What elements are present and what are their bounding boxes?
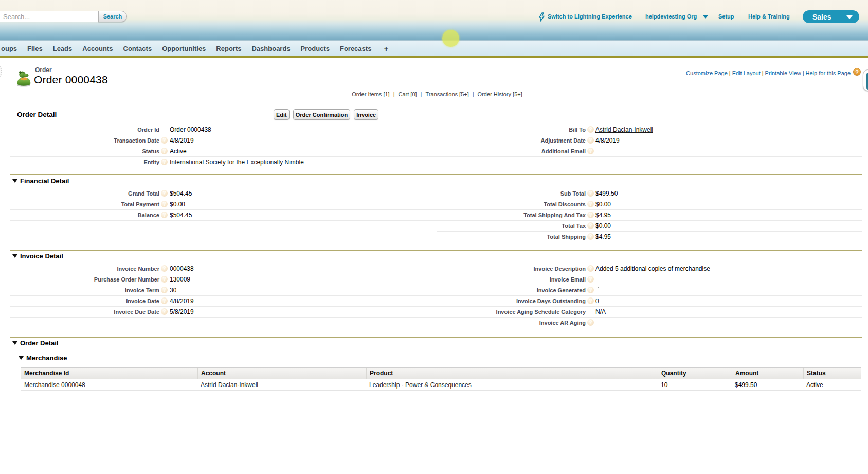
field-row-bill-to: Bill ToAstrid Dacian-Inkwell	[437, 124, 862, 135]
add-tab-button[interactable]: +	[384, 44, 388, 53]
field-help-icon[interactable]	[587, 319, 594, 326]
field-help-icon[interactable]	[587, 276, 594, 283]
field-help-icon[interactable]	[161, 287, 168, 293]
printable-view-link[interactable]: Printable View	[765, 70, 801, 76]
tab-contacts[interactable]: Contacts	[123, 45, 152, 52]
field-help-icon[interactable]	[161, 212, 168, 218]
field-row-invoice-generated: Invoice Generated	[437, 285, 862, 295]
help-for-this-page-link[interactable]: Help for this Page	[806, 70, 851, 76]
tab-leads[interactable]: Leads	[53, 45, 73, 52]
field-help-slot	[159, 201, 170, 207]
financial-detail-left-column: Grand Total$504.45Total Payment$0.00Bala…	[10, 188, 437, 220]
customize-page-link[interactable]: Customize Page	[686, 70, 728, 76]
field-help-icon[interactable]	[587, 297, 594, 304]
invoice-button[interactable]: Invoice	[354, 109, 378, 120]
field-value-total-discounts: $0.00	[595, 201, 611, 208]
related-link-count-value[interactable]: 1	[385, 91, 388, 97]
org-menu-label: helpdevtesting Org	[645, 13, 697, 20]
field-help-icon[interactable]	[587, 126, 594, 133]
tab-forecasts[interactable]: Forecasts	[340, 45, 371, 52]
tab-oups[interactable]: oups	[1, 45, 17, 52]
field-row-separator	[10, 209, 862, 210]
related-link-count-value[interactable]: 0	[412, 91, 415, 97]
related-link-count: [5+]	[458, 91, 469, 97]
column-header-amount[interactable]: Amount	[732, 368, 803, 379]
related-link-order-items[interactable]: Order Items	[352, 91, 382, 97]
subsection-header-merchandise[interactable]: Merchandise	[19, 354, 67, 362]
right-sidebar-tab[interactable]	[863, 69, 868, 91]
field-help-icon[interactable]	[161, 276, 168, 283]
tab-opportunities[interactable]: Opportunities	[162, 45, 206, 52]
field-label: Invoice Number	[10, 266, 159, 272]
sidebar-collapse-handle[interactable]	[0, 65, 2, 78]
setup-link[interactable]: Setup	[718, 13, 734, 20]
app-menu-button[interactable]: Sales	[803, 10, 859, 23]
tab-dashboards[interactable]: Dashboards	[251, 45, 290, 52]
section-header-financial-detail[interactable]: Financial Detail	[12, 177, 69, 185]
field-help-icon[interactable]	[587, 137, 594, 144]
section-header-order-detail[interactable]: Order Detail	[12, 339, 58, 347]
field-label: Total Tax	[437, 223, 586, 229]
field-label: Invoice Generated	[437, 287, 586, 293]
field-value-invoice-aging-schedule-category: N/A	[595, 308, 606, 315]
table-cell-link[interactable]: Leadership - Power & Consequences	[369, 381, 472, 389]
field-label: Invoice Date	[10, 298, 159, 304]
chevron-down-icon	[703, 15, 708, 19]
field-help-icon[interactable]	[587, 201, 594, 207]
collapse-triangle-icon	[12, 341, 17, 345]
column-header-status[interactable]: Status	[803, 368, 861, 379]
field-row-balance: Balance$504.45	[10, 209, 437, 220]
field-help-icon[interactable]	[587, 148, 594, 154]
field-help-icon[interactable]	[161, 297, 168, 304]
tab-files[interactable]: Files	[27, 45, 43, 52]
field-help-icon[interactable]	[161, 201, 168, 207]
field-help-icon[interactable]	[161, 308, 168, 315]
tab-reports[interactable]: Reports	[216, 45, 241, 52]
related-link-count-value[interactable]: 5+	[514, 91, 521, 97]
tab-accounts[interactable]: Accounts	[82, 45, 113, 52]
column-header-account[interactable]: Account	[197, 368, 366, 379]
field-help-slot	[159, 190, 170, 197]
related-link-cart[interactable]: Cart	[399, 91, 409, 97]
field-help-icon[interactable]	[587, 233, 594, 240]
edit-button[interactable]: Edit	[274, 109, 290, 120]
field-help-icon[interactable]	[161, 190, 168, 197]
related-link-order-history[interactable]: Order History	[478, 91, 511, 97]
field-help-icon[interactable]	[587, 265, 594, 272]
field-help-slot	[586, 297, 595, 304]
help-training-link[interactable]: Help & Training	[748, 13, 790, 20]
tab-products[interactable]: Products	[301, 45, 330, 52]
org-menu[interactable]: helpdevtesting Org	[645, 13, 708, 20]
field-help-icon[interactable]	[161, 159, 168, 165]
column-header-product[interactable]: Product	[366, 368, 658, 379]
section-header-invoice-detail[interactable]: Invoice Detail	[12, 252, 63, 260]
field-help-icon[interactable]	[161, 265, 168, 272]
merchandise-table: Merchandise IdAccountProductQuantityAmou…	[21, 367, 861, 391]
help-for-page-icon[interactable]: ?	[853, 68, 861, 76]
order-confirmation-button[interactable]: Order Confirmation	[293, 109, 350, 120]
switch-to-lightning-link[interactable]: Switch to Lightning Experience	[548, 13, 632, 20]
table-cell-link[interactable]: Merchandise 0000048	[24, 381, 85, 389]
page-title: Order 0000438	[34, 74, 108, 86]
field-help-icon[interactable]	[587, 287, 594, 293]
related-link-transactions[interactable]: Transactions	[425, 91, 458, 97]
column-header-merchandise-id[interactable]: Merchandise Id	[21, 368, 197, 379]
field-help-icon[interactable]	[587, 222, 594, 229]
edit-layout-link[interactable]: Edit Layout	[732, 70, 761, 76]
field-row-separator	[10, 274, 862, 274]
related-link-count-value[interactable]: 5+	[461, 91, 467, 97]
field-help-icon[interactable]	[587, 212, 594, 218]
field-help-icon[interactable]	[587, 190, 594, 197]
field-label: Invoice Days Outstanding	[437, 298, 586, 304]
field-value-link[interactable]: International Society for the Exceptiona…	[170, 159, 304, 166]
field-row-total-payment: Total Payment$0.00	[10, 199, 437, 209]
column-header-quantity[interactable]: Quantity	[658, 368, 732, 379]
table-cell-link[interactable]: Astrid Dacian-Inkwell	[201, 381, 258, 389]
field-value-link[interactable]: Astrid Dacian-Inkwell	[595, 126, 653, 133]
separator: |	[761, 70, 765, 76]
detail-buttons: EditOrder ConfirmationInvoice	[274, 109, 382, 120]
field-value-order-id: Order 0000438	[170, 126, 211, 133]
field-help-icon[interactable]	[161, 137, 168, 144]
field-value-status: Active	[170, 148, 187, 155]
field-help-icon[interactable]	[161, 148, 168, 154]
